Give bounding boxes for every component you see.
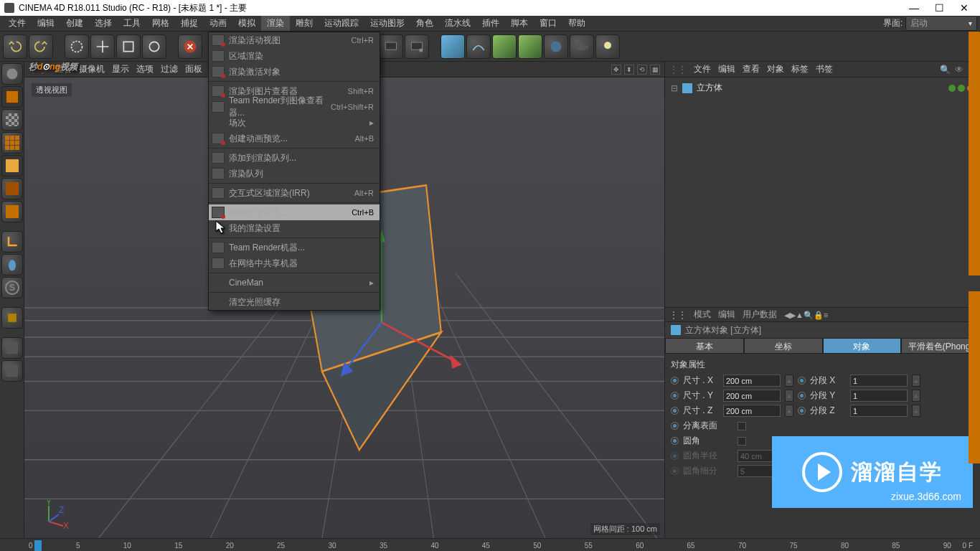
model-mode-button[interactable] bbox=[1, 86, 23, 108]
menu-animate[interactable]: 动画 bbox=[204, 16, 232, 31]
planar-workplane-button[interactable] bbox=[1, 360, 23, 382]
nav-fwd-icon[interactable]: ▶ bbox=[790, 311, 796, 319]
menu-plugins[interactable]: 插件 bbox=[476, 16, 505, 31]
menu-irr[interactable]: 交互式区域渲染(IRR)Alt+R bbox=[209, 185, 380, 201]
right-edge-tab-2[interactable] bbox=[969, 291, 980, 463]
fillet-checkbox[interactable] bbox=[738, 437, 746, 446]
locked-workplane-button[interactable] bbox=[1, 337, 23, 359]
menu-window[interactable]: 窗口 bbox=[534, 16, 562, 31]
make-editable-button[interactable] bbox=[1, 63, 23, 85]
light-button[interactable] bbox=[595, 34, 620, 59]
search-icon[interactable]: 🔍 bbox=[804, 311, 814, 319]
lock-icon[interactable]: 🔒 bbox=[814, 311, 824, 319]
grip-icon[interactable]: ⋮⋮ bbox=[669, 65, 687, 75]
menu-mesh[interactable]: 网格 bbox=[146, 16, 175, 31]
attr-tab-userdata[interactable]: 用户数据 bbox=[743, 309, 777, 321]
menu-sculpt[interactable]: 雕刻 bbox=[290, 16, 319, 31]
view-tab-panel[interactable]: 面板 bbox=[185, 63, 202, 75]
nav-pan-icon[interactable]: ✥ bbox=[611, 65, 621, 75]
seg-z-input[interactable] bbox=[850, 405, 908, 417]
tree-item-cube[interactable]: ⊟ 立方体 bbox=[668, 80, 977, 95]
menu-render-active[interactable]: 渲染活动视图Ctrl+R bbox=[209, 32, 380, 48]
view-tab-cameras[interactable]: 摄像机 bbox=[79, 63, 105, 75]
maximize-button[interactable]: ☐ bbox=[935, 2, 944, 14]
menu-edit[interactable]: 编辑 bbox=[32, 16, 60, 31]
menu-flush-cache[interactable]: 清空光照缓存 bbox=[209, 294, 380, 310]
attr-tab-mode[interactable]: 模式 bbox=[694, 309, 711, 321]
camera-button[interactable] bbox=[570, 34, 594, 59]
menu-script[interactable]: 脚本 bbox=[505, 16, 534, 31]
size-x-input[interactable] bbox=[723, 375, 781, 387]
rotate-tool-button[interactable] bbox=[142, 34, 166, 59]
view-tab-display[interactable]: 显示 bbox=[112, 63, 129, 75]
minimize-button[interactable]: — bbox=[909, 2, 919, 14]
visibility-dot[interactable] bbox=[948, 85, 956, 92]
menu-pipeline[interactable]: 流水线 bbox=[439, 16, 476, 31]
snap-toggle-button[interactable]: S bbox=[1, 277, 23, 298]
menu-render-region[interactable]: 区域渲染 bbox=[209, 48, 380, 64]
nav-orbit-icon[interactable]: ⟲ bbox=[637, 65, 647, 75]
menu-file[interactable]: 文件 bbox=[3, 16, 32, 31]
menu-snap[interactable]: 捕捉 bbox=[175, 16, 204, 31]
deformer-button[interactable] bbox=[518, 34, 542, 59]
nav-layout-icon[interactable]: ▦ bbox=[650, 65, 660, 75]
menu-help[interactable]: 帮助 bbox=[562, 16, 591, 31]
separate-checkbox[interactable] bbox=[738, 422, 746, 430]
seg-y-input[interactable] bbox=[850, 390, 908, 402]
menu-select[interactable]: 选择 bbox=[89, 16, 118, 31]
axis-button[interactable] bbox=[1, 231, 23, 253]
view-tab-filter[interactable]: 过滤 bbox=[161, 63, 178, 75]
obj-tab-tags[interactable]: 标签 bbox=[791, 63, 809, 75]
move-tool-button[interactable] bbox=[90, 34, 115, 59]
point-mode-button[interactable] bbox=[1, 155, 23, 176]
menu-mograph[interactable]: 运动图形 bbox=[364, 16, 410, 31]
right-edge-tab-1[interactable] bbox=[969, 32, 980, 276]
size-y-input[interactable] bbox=[723, 390, 781, 402]
obj-tab-file[interactable]: 文件 bbox=[694, 63, 711, 75]
size-z-input[interactable] bbox=[723, 405, 781, 417]
obj-tab-bookmarks[interactable]: 书签 bbox=[816, 63, 833, 75]
search-icon[interactable]: 🔍 bbox=[940, 65, 951, 75]
obj-tab-view[interactable]: 查看 bbox=[743, 63, 760, 75]
object-tree[interactable]: ⊟ 立方体 bbox=[665, 77, 980, 307]
undo-button[interactable] bbox=[3, 34, 27, 59]
attr-subtab-coord[interactable]: 坐标 bbox=[744, 338, 823, 354]
attr-subtab-object[interactable]: 对象 bbox=[823, 338, 902, 354]
menu-edit-render-settings[interactable]: 编辑渲染设置...Ctrl+B bbox=[209, 204, 380, 220]
menu-teamrender-pv[interactable]: Team Render到图像查看器...Ctrl+Shift+R bbox=[209, 99, 380, 115]
environment-button[interactable] bbox=[544, 34, 568, 59]
render-pv-button[interactable] bbox=[379, 34, 403, 59]
generator-button[interactable] bbox=[492, 34, 517, 59]
menu-icon[interactable]: ≡ bbox=[824, 311, 828, 319]
view-tab-options[interactable]: 选项 bbox=[136, 63, 154, 75]
menu-make-preview[interactable]: 创建动画预览...Alt+B bbox=[209, 131, 380, 146]
close-button[interactable]: ✕ bbox=[960, 2, 969, 14]
polygon-mode-button[interactable] bbox=[1, 201, 23, 222]
menu-add-to-queue[interactable]: 添加到渲染队列... bbox=[209, 150, 380, 166]
menu-render-queue[interactable]: 渲染队列 bbox=[209, 166, 380, 182]
edge-mode-button[interactable] bbox=[1, 178, 23, 199]
eye-icon[interactable]: 👁 bbox=[955, 65, 963, 75]
close-tool-button[interactable] bbox=[178, 34, 202, 59]
seg-x-input[interactable] bbox=[850, 375, 908, 387]
menu-motiontrack[interactable]: 运动跟踪 bbox=[319, 16, 364, 31]
viewport-solo-button[interactable] bbox=[1, 307, 23, 329]
tweak-button[interactable] bbox=[1, 254, 23, 276]
menu-my-render-settings[interactable]: ✓我的渲染设置 bbox=[209, 220, 380, 236]
obj-tab-objects[interactable]: 对象 bbox=[767, 63, 784, 75]
layout-dropdown[interactable]: 启动 bbox=[905, 16, 977, 31]
spline-button[interactable] bbox=[466, 34, 491, 59]
cube-primitive-button[interactable] bbox=[440, 34, 465, 59]
nav-zoom-icon[interactable]: ⬍ bbox=[624, 65, 634, 75]
menu-takes[interactable]: 场次 bbox=[209, 115, 380, 131]
menu-cineman[interactable]: CineMan bbox=[209, 275, 380, 291]
texture-mode-button[interactable] bbox=[1, 109, 23, 131]
menu-teamrender-machines[interactable]: Team Render机器... bbox=[209, 240, 380, 255]
menu-render[interactable]: 渲染 bbox=[261, 16, 290, 31]
menu-render-active-obj[interactable]: 渲染激活对象 bbox=[209, 64, 380, 80]
scale-tool-button[interactable] bbox=[116, 34, 141, 59]
menu-tools[interactable]: 工具 bbox=[118, 16, 146, 31]
anim-dot[interactable] bbox=[671, 377, 679, 385]
workplane-button[interactable] bbox=[1, 132, 23, 154]
nav-back-icon[interactable]: ◀ bbox=[784, 311, 790, 319]
